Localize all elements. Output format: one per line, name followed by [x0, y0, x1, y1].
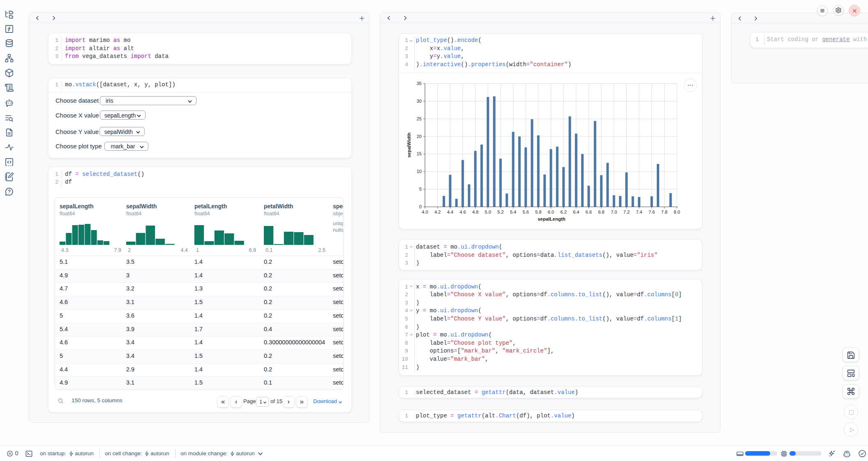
svg-text:25: 25 — [417, 116, 422, 121]
svg-text:7.4: 7.4 — [636, 209, 642, 214]
svg-text:7.2: 7.2 — [623, 209, 630, 214]
svg-text:4.2: 4.2 — [434, 209, 441, 214]
svg-text:4.0: 4.0 — [422, 209, 428, 214]
svg-text:5.4: 5.4 — [510, 209, 516, 214]
svg-text:0: 0 — [419, 204, 422, 209]
svg-text:4.4: 4.4 — [447, 209, 453, 214]
svg-text:35: 35 — [417, 81, 422, 86]
svg-text:10: 10 — [417, 169, 422, 174]
svg-text:5.2: 5.2 — [497, 209, 503, 214]
svg-text:6.4: 6.4 — [573, 209, 579, 214]
svg-text:4.8: 4.8 — [472, 209, 478, 214]
svg-text:sepalLength: sepalLength — [538, 216, 566, 221]
svg-text:4.6: 4.6 — [459, 209, 466, 214]
svg-text:6.8: 6.8 — [598, 209, 604, 214]
svg-text:6.0: 6.0 — [548, 209, 554, 214]
svg-text:5.0: 5.0 — [485, 209, 491, 214]
svg-text:sepalWidth: sepalWidth — [406, 132, 411, 157]
svg-text:15: 15 — [417, 151, 422, 156]
svg-text:5: 5 — [419, 187, 422, 191]
svg-text:30: 30 — [417, 98, 422, 103]
svg-text:6.2: 6.2 — [561, 209, 567, 214]
svg-text:5.8: 5.8 — [535, 209, 541, 214]
svg-text:6.6: 6.6 — [586, 209, 592, 214]
svg-text:8.0: 8.0 — [674, 209, 680, 214]
svg-text:7.0: 7.0 — [611, 209, 617, 214]
svg-text:7.6: 7.6 — [649, 209, 655, 214]
svg-text:5.6: 5.6 — [523, 209, 529, 214]
svg-text:20: 20 — [417, 134, 422, 138]
svg-text:7.8: 7.8 — [661, 209, 667, 214]
